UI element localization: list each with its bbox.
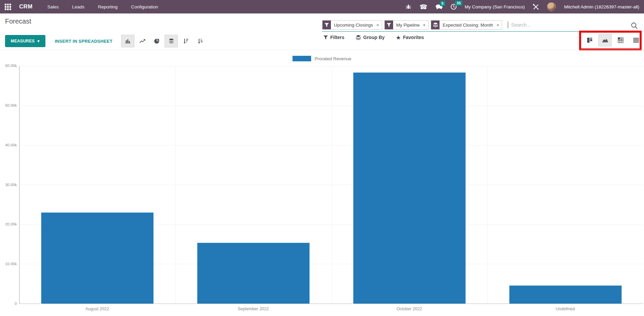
legend-label: Prorated Revenue xyxy=(314,56,351,61)
search-facet[interactable]: Upcoming Closings× xyxy=(322,20,382,30)
activities-badge: 35 xyxy=(455,1,462,6)
filter-funnel-icon xyxy=(325,23,329,27)
graph-view-button[interactable] xyxy=(598,34,612,46)
search-options: Filters Group By ★ Favorites xyxy=(324,35,424,40)
facet-remove-icon[interactable]: × xyxy=(376,21,382,29)
search-bar[interactable]: Upcoming Closings×My Pipeline×Expected C… xyxy=(322,20,641,32)
v-gridline xyxy=(176,66,176,304)
favorites-dropdown[interactable]: ★ Favorites xyxy=(396,35,424,40)
control-bar: MEASURES ▾ INSERT IN SPREADSHEET xyxy=(5,35,207,47)
navbar-menu: Sales Leads Reporting Configuration xyxy=(47,4,158,9)
layers-icon xyxy=(433,23,438,27)
filters-dropdown[interactable]: Filters xyxy=(324,35,344,40)
app-name[interactable]: CRM xyxy=(19,3,33,10)
menu-configuration[interactable]: Configuration xyxy=(131,4,158,9)
legend-swatch[interactable] xyxy=(293,56,311,61)
y-tick-label: 20.00k xyxy=(0,222,17,226)
bar-chart-mode-button[interactable] xyxy=(121,35,135,47)
search-input[interactable]: Search... xyxy=(511,22,531,28)
filter-funnel-icon xyxy=(324,35,328,40)
pie-chart-mode-button[interactable] xyxy=(150,35,163,47)
messages-badge: 5 xyxy=(440,1,445,6)
bar-undefined[interactable] xyxy=(509,285,622,304)
bar-august-2022[interactable] xyxy=(41,212,154,304)
layers-icon xyxy=(431,21,440,29)
bug-icon[interactable] xyxy=(406,4,411,10)
v-gridline xyxy=(332,66,332,304)
x-axis-label: October 2022 xyxy=(331,307,487,311)
group-by-dropdown[interactable]: Group By xyxy=(356,35,385,40)
view-switcher xyxy=(583,34,643,46)
y-tick-label: 40.00k xyxy=(0,143,17,147)
facet-remove-icon[interactable]: × xyxy=(423,21,428,29)
tools-icon[interactable] xyxy=(533,4,539,10)
filter-icon xyxy=(385,21,393,29)
search-facet[interactable]: Expected Closing: Month× xyxy=(431,20,502,30)
caret-down-icon: ▾ xyxy=(37,39,39,43)
search-underline xyxy=(322,31,579,32)
voip-phone-icon[interactable]: ☎ xyxy=(419,4,427,10)
facet-container: Upcoming Closings×My Pipeline×Expected C… xyxy=(322,20,641,30)
x-axis-label: August 2022 xyxy=(19,307,175,311)
bar-october-2022[interactable] xyxy=(353,72,466,304)
navbar-left: CRM Sales Leads Reporting Configuration xyxy=(5,3,158,10)
y-tick-label: 30.00k xyxy=(0,183,17,187)
menu-sales[interactable]: Sales xyxy=(47,4,59,9)
chart-legend: Prorated Revenue xyxy=(0,56,644,61)
y-tick-label: 60.00k xyxy=(0,64,17,68)
filter-funnel-icon xyxy=(387,23,391,27)
insert-in-spreadsheet-button[interactable]: INSERT IN SPREADSHEET xyxy=(55,39,113,44)
list-view-button[interactable] xyxy=(629,34,643,46)
sort-descending-button[interactable] xyxy=(179,35,192,47)
kanban-view-button[interactable] xyxy=(583,34,596,46)
y-tick-label: 10.00k xyxy=(0,262,17,266)
messages-icon[interactable]: 5 xyxy=(435,4,443,10)
chart-mode-buttons xyxy=(121,35,207,47)
filter-icon xyxy=(323,21,331,29)
y-tick-label: 0 xyxy=(0,302,17,306)
y-tick-label: 50.00k xyxy=(0,103,17,107)
pivot-view-button[interactable] xyxy=(614,34,627,46)
bar-chart-plot xyxy=(19,66,643,304)
search-facet[interactable]: My Pipeline× xyxy=(384,20,428,30)
measures-button[interactable]: MEASURES ▾ xyxy=(5,35,45,47)
page-title: Forecast xyxy=(5,17,31,25)
line-chart-mode-button[interactable] xyxy=(136,35,149,47)
activities-clock-icon[interactable]: 35 xyxy=(451,4,457,10)
crm-forecast-page: CRM Sales Leads Reporting Configuration … xyxy=(0,0,644,316)
bar-september-2022[interactable] xyxy=(197,243,310,304)
text-cursor xyxy=(508,22,508,28)
user-avatar[interactable] xyxy=(547,2,556,11)
company-switcher[interactable]: My Company (San Francisco) xyxy=(465,4,525,9)
menu-leads[interactable]: Leads xyxy=(72,4,84,9)
sort-ascending-button[interactable] xyxy=(193,35,207,47)
facet-label: Upcoming Closings xyxy=(331,21,376,29)
menu-reporting[interactable]: Reporting xyxy=(98,4,118,9)
facet-label: My Pipeline xyxy=(393,21,423,29)
x-axis-label: September 2022 xyxy=(175,307,331,311)
star-icon: ★ xyxy=(396,35,401,40)
facet-remove-icon[interactable]: × xyxy=(496,21,502,29)
v-gridline xyxy=(487,66,488,304)
navbar-right: ☎ 5 35 My Company (San Francisco) xyxy=(406,2,639,11)
search-icon[interactable] xyxy=(631,22,638,31)
top-navbar: CRM Sales Leads Reporting Configuration … xyxy=(0,0,644,13)
user-menu[interactable]: Mitchell Admin (18226397-master-all) xyxy=(564,4,639,9)
x-axis-label: Undefined xyxy=(487,307,643,311)
header-divider xyxy=(0,50,644,50)
apps-menu-icon[interactable] xyxy=(5,4,11,10)
facet-label: Expected Closing: Month xyxy=(440,21,496,29)
layers-icon xyxy=(356,35,361,40)
stacked-mode-button[interactable] xyxy=(164,35,178,47)
